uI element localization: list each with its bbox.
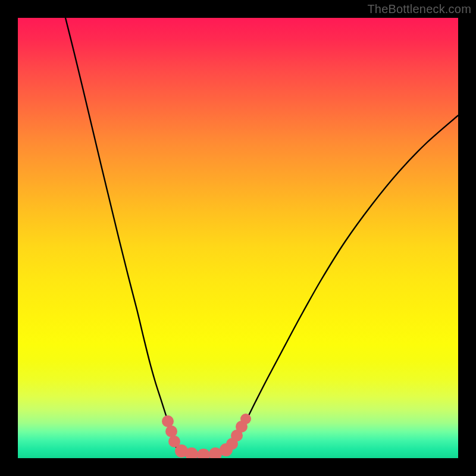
curve-layer <box>18 18 458 458</box>
bottleneck-curve <box>65 18 458 456</box>
marker-layer <box>162 414 251 458</box>
plot-area <box>18 18 458 458</box>
watermark-text: TheBottleneck.com <box>367 2 471 16</box>
chart-stage: TheBottleneck.com <box>0 0 476 476</box>
data-marker <box>240 414 251 424</box>
data-marker <box>162 415 174 427</box>
data-marker <box>197 449 210 458</box>
data-marker <box>165 425 177 437</box>
